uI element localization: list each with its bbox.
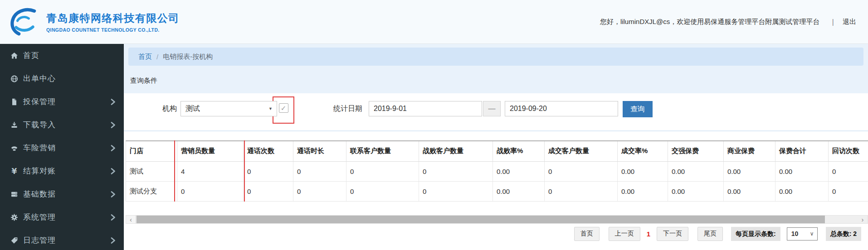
sidebar-item-label: 车险营销 (23, 143, 56, 153)
first-page-button[interactable]: 首页 (574, 227, 600, 241)
company-name-en: QINGDAO COUNTNET TECHNOLOGY CO.,LTD. (46, 27, 180, 33)
report-table: 门店营销员数量通话次数通话时长联系客户数量战败客户数量战败率%成交客户数量成交率… (126, 140, 868, 202)
sidebar-item-settlement[interactable]: ¥结算对账 (0, 159, 124, 183)
company-logo-icon (6, 7, 42, 37)
page-size-select[interactable]: 10 ∨ (787, 227, 818, 240)
table-cell: 0.00 (775, 181, 829, 201)
date-range-separator: — (483, 101, 501, 116)
query-form: 机构 测试 ▼ ✓ 统计日期 2019-9-01 — 2019-09-20 查询 (124, 93, 868, 130)
sidebar-menu: 首页出单中心投保管理下载导入车险营销¥结算对账基础数据系统管理日志管理 (0, 44, 124, 250)
table-head: 门店营销员数量通话次数通话时长联系客户数量战败客户数量战败率%成交客户数量成交率… (126, 141, 868, 161)
table-cell: 0 (244, 181, 293, 201)
top-header: 青岛康特网络科技有限公司 QINGDAO COUNTNET TECHNOLOGY… (0, 0, 868, 44)
user-greeting: 您好，liluminDXJL@cs，欢迎使用易保通服务管理平台附属测试管理平台 (600, 18, 819, 26)
scroll-left-button[interactable]: ‹ (126, 216, 136, 223)
org-checkbox[interactable]: ✓ (279, 103, 288, 113)
query-section-title: 查询条件 (130, 77, 868, 86)
table-cell: 4 (177, 161, 244, 181)
sidebar-item-car-marketing[interactable]: 车险营销 (0, 136, 124, 159)
sidebar-item-label: 投保管理 (23, 96, 56, 107)
table-cell: 0 (545, 181, 618, 201)
table-row: 测试400000.0000.000.000.000.000 (126, 161, 868, 181)
column-header: 保费合计 (775, 141, 829, 161)
table-cell: 0 (829, 161, 868, 181)
sidebar-item-order-center[interactable]: 出单中心 (0, 67, 124, 90)
table-zone: 门店营销员数量通话次数通话时长联系客户数量战败客户数量战败率%成交客户数量成交率… (126, 140, 868, 202)
breadcrumb-home-link[interactable]: 首页 (138, 53, 152, 61)
next-page-button[interactable]: 下一页 (657, 227, 688, 241)
search-button[interactable]: 查询 (623, 101, 653, 117)
check-icon: ✓ (281, 105, 287, 111)
sidebar-item-label: 出单中心 (23, 73, 56, 84)
logo: 青岛康特网络科技有限公司 QINGDAO COUNTNET TECHNOLOGY… (6, 7, 180, 37)
table-cell: 测试 (126, 161, 177, 181)
yen-icon: ¥ (9, 167, 19, 175)
date-to-input[interactable]: 2019-09-20 (505, 101, 618, 116)
column-header: 战败客户数量 (419, 141, 493, 161)
download-icon (9, 121, 19, 129)
table-cell: 0 (419, 181, 493, 201)
table-cell: 0 (419, 161, 493, 181)
chevron-right-icon (110, 214, 116, 221)
user-area: 您好，liluminDXJL@cs，欢迎使用易保通服务管理平台附属测试管理平台 … (600, 18, 856, 26)
column-header: 成交率% (618, 141, 668, 161)
logout-link[interactable]: 退出 (843, 18, 856, 26)
sidebar-item-download-import[interactable]: 下载导入 (0, 113, 124, 136)
chevron-right-icon (110, 237, 116, 244)
main-area: 首页出单中心投保管理下载导入车险营销¥结算对账基础数据系统管理日志管理 首页 /… (0, 44, 868, 250)
chevron-down-icon: ▼ (268, 101, 273, 116)
breadcrumb-separator: / (156, 53, 158, 61)
page-size-value: 10 (791, 230, 799, 237)
table-cell: 0 (545, 161, 618, 181)
org-select[interactable]: 测试 ▼ (180, 101, 277, 116)
table-body: 测试400000.0000.000.000.000.000测试分支000000.… (126, 161, 868, 201)
column-header: 门店 (126, 141, 177, 161)
svg-text:¥: ¥ (11, 167, 17, 175)
table-cell: 0.00 (493, 181, 545, 201)
date-from-input[interactable]: 2019-9-01 (369, 101, 482, 116)
globe-icon (9, 75, 19, 83)
breadcrumb: 首页 / 电销报表-按机构 (128, 48, 863, 66)
scroll-right-button[interactable]: › (858, 216, 868, 223)
app-root: 青岛康特网络科技有限公司 QINGDAO COUNTNET TECHNOLOGY… (0, 0, 868, 250)
date-label: 统计日期 (333, 101, 362, 116)
company-name-cn: 青岛康特网络科技有限公司 (46, 11, 180, 25)
sidebar-item-label: 下载导入 (23, 120, 56, 130)
table-cell: 0 (346, 181, 419, 201)
drive-icon (9, 190, 19, 198)
chevron-right-icon (110, 144, 116, 152)
column-header: 交强保费 (668, 141, 724, 161)
table-cell: 0.00 (618, 181, 668, 201)
current-page: 1 (647, 230, 650, 238)
sidebar-item-label: 基础数据 (23, 189, 56, 199)
chevron-right-icon (110, 168, 116, 175)
document-icon (9, 98, 19, 106)
column-header: 通话次数 (244, 141, 293, 161)
content: 首页 / 电销报表-按机构 查询条件 机构 测试 ▼ ✓ (124, 44, 868, 250)
table-cell: 0 (177, 181, 244, 201)
table-cell: 0 (293, 161, 346, 181)
table-cell: 测试分支 (126, 181, 177, 201)
prev-page-button[interactable]: 上一页 (609, 227, 640, 241)
sidebar-item-label: 日志管理 (23, 235, 56, 245)
table-cell: 0.00 (724, 181, 775, 201)
chevron-right-icon (110, 121, 116, 129)
org-label: 机构 (162, 101, 177, 116)
sidebar: 首页出单中心投保管理下载导入车险营销¥结算对账基础数据系统管理日志管理 (0, 44, 124, 250)
sidebar-item-label: 系统管理 (23, 212, 56, 222)
breadcrumb-current: 电销报表-按机构 (163, 53, 213, 61)
home-icon (9, 52, 19, 60)
table-cell: 0.00 (724, 161, 775, 181)
table-row: 测试分支000000.0000.000.000.000.000 (126, 181, 868, 201)
scrollbar-thumb[interactable] (137, 216, 825, 223)
org-select-value: 测试 (185, 105, 200, 112)
sidebar-item-base-data[interactable]: 基础数据 (0, 183, 124, 206)
last-page-button[interactable]: 尾页 (697, 227, 723, 241)
chevron-right-icon (110, 98, 116, 106)
horizontal-scrollbar[interactable]: ‹ › (126, 215, 868, 224)
sidebar-item-log-mgmt[interactable]: 日志管理 (0, 229, 124, 250)
sidebar-item-home[interactable]: 首页 (0, 44, 124, 67)
sidebar-item-policy-mgmt[interactable]: 投保管理 (0, 90, 124, 113)
sidebar-item-system-mgmt[interactable]: 系统管理 (0, 206, 124, 229)
column-header: 成交客户数量 (545, 141, 618, 161)
